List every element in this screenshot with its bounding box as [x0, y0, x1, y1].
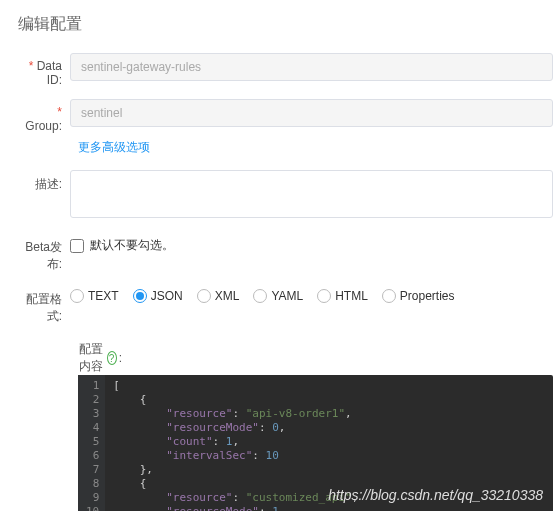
beta-checkbox-label: 默认不要勾选。 — [90, 237, 174, 254]
format-radio-group: TEXTJSONXMLYAMLHTMLProperties — [70, 285, 553, 303]
radio-label: JSON — [151, 289, 183, 303]
help-icon[interactable]: ? — [107, 351, 117, 365]
group-label: Group: — [18, 99, 70, 133]
format-radio-json[interactable]: JSON — [133, 289, 183, 303]
desc-textarea[interactable] — [70, 170, 553, 218]
desc-label: 描述: — [18, 170, 70, 193]
group-input[interactable] — [70, 99, 553, 127]
radio-label: HTML — [335, 289, 368, 303]
code-content[interactable]: [ { "resource": "api-v8-order1", "resour… — [105, 375, 366, 511]
format-radio-properties[interactable]: Properties — [382, 289, 455, 303]
format-label: 配置格式: — [18, 285, 70, 325]
radio-icon — [70, 289, 84, 303]
content-label: 配置内容 ? : — [70, 337, 130, 375]
radio-label: YAML — [271, 289, 303, 303]
radio-label: TEXT — [88, 289, 119, 303]
data-id-label: Data ID: — [18, 53, 70, 87]
radio-icon — [382, 289, 396, 303]
page-title: 编辑配置 — [0, 0, 553, 53]
radio-icon — [253, 289, 267, 303]
format-radio-xml[interactable]: XML — [197, 289, 240, 303]
beta-label: Beta发布: — [18, 233, 70, 273]
code-gutter: 123456789101112131415 — [78, 375, 105, 511]
beta-checkbox[interactable] — [70, 239, 84, 253]
radio-icon — [133, 289, 147, 303]
code-editor[interactable]: 123456789101112131415 [ { "resource": "a… — [78, 375, 553, 511]
data-id-input[interactable] — [70, 53, 553, 81]
format-radio-text[interactable]: TEXT — [70, 289, 119, 303]
radio-label: XML — [215, 289, 240, 303]
radio-icon — [197, 289, 211, 303]
format-radio-html[interactable]: HTML — [317, 289, 368, 303]
radio-label: Properties — [400, 289, 455, 303]
format-radio-yaml[interactable]: YAML — [253, 289, 303, 303]
advanced-options-link[interactable]: 更多高级选项 — [0, 139, 553, 156]
radio-icon — [317, 289, 331, 303]
